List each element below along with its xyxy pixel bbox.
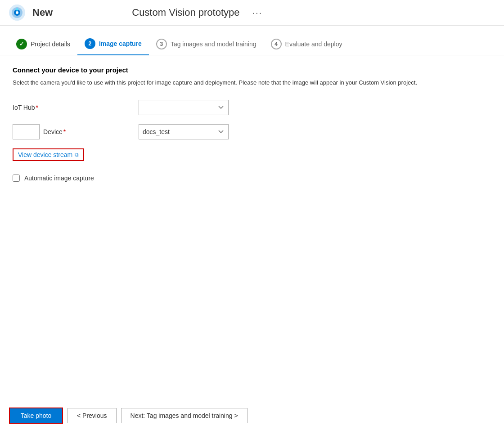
header-new-label: New [32, 7, 53, 18]
main-content: Connect your device to your project Sele… [0, 55, 504, 401]
header-title: Custom Vision prototype [132, 7, 239, 18]
device-prefix-box [13, 124, 40, 139]
device-required: * [63, 128, 66, 135]
header: New Custom Vision prototype ··· [0, 0, 504, 26]
header-more-button[interactable]: ··· [252, 8, 263, 18]
section-title: Connect your device to your project [13, 66, 491, 74]
step-2-circle: 2 [85, 38, 95, 49]
iot-hub-select[interactable] [139, 100, 229, 115]
section-desc: Select the camera you'd like to use with… [13, 78, 490, 87]
next-button[interactable]: Next: Tag images and model training > [121, 408, 248, 423]
step-1-label: Project details [31, 40, 70, 48]
device-row: Device* docs_test [13, 124, 491, 139]
automatic-capture-row: Automatic image capture [13, 175, 491, 182]
take-photo-button[interactable]: Take photo [9, 408, 63, 424]
device-label: Device* [43, 128, 66, 135]
step-4-circle: 4 [271, 39, 282, 49]
step-4-label: Evaluate and deploy [285, 40, 342, 48]
external-link-icon: ⧉ [75, 152, 79, 158]
automatic-capture-checkbox[interactable] [13, 175, 20, 182]
step-image-capture[interactable]: 2 Image capture [77, 33, 149, 55]
iot-hub-label: IoT Hub* [13, 104, 139, 111]
svg-point-3 [16, 11, 18, 14]
automatic-capture-label[interactable]: Automatic image capture [24, 175, 94, 182]
app-logo [9, 4, 25, 21]
step-3-circle: 3 [156, 39, 167, 49]
device-select[interactable]: docs_test [139, 124, 229, 139]
stepper: ✓ Project details 2 Image capture 3 Tag … [0, 26, 504, 55]
iot-hub-row: IoT Hub* [13, 100, 491, 115]
previous-button[interactable]: < Previous [68, 408, 117, 423]
step-project-details[interactable]: ✓ Project details [9, 33, 77, 55]
iot-hub-required: * [36, 104, 38, 111]
view-device-stream-wrapper: View device stream ⧉ [13, 148, 84, 161]
step-1-circle: ✓ [16, 39, 27, 49]
step-evaluate-deploy[interactable]: 4 Evaluate and deploy [264, 33, 350, 55]
view-device-stream-link[interactable]: View device stream ⧉ [18, 151, 79, 158]
step-tag-images[interactable]: 3 Tag images and model training [149, 33, 264, 55]
step-3-label: Tag images and model training [171, 40, 256, 48]
step-2-label: Image capture [99, 40, 142, 47]
svg-point-4 [16, 9, 18, 11]
footer: Take photo < Previous Next: Tag images a… [0, 401, 504, 430]
